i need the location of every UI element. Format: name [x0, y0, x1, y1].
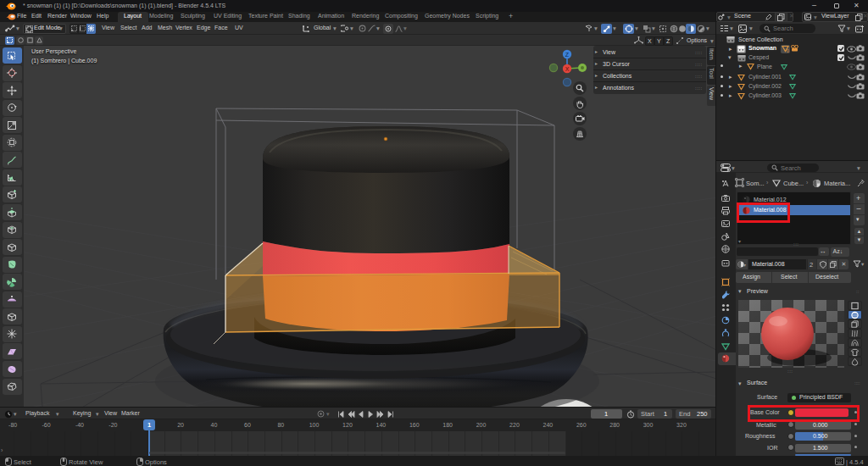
svg-text:Z: Z: [565, 52, 570, 58]
svg-text:X: X: [565, 66, 570, 72]
